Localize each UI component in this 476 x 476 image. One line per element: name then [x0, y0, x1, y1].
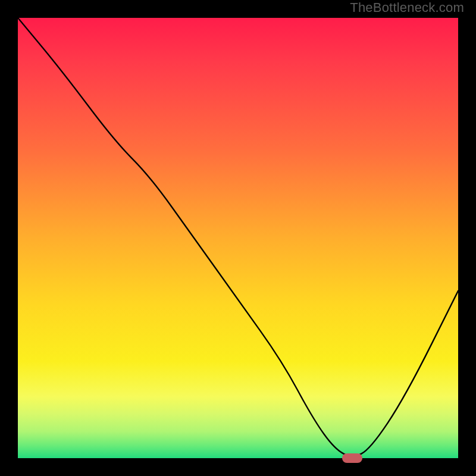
watermark-text: TheBottleneck.com [350, 0, 464, 15]
curve-layer [18, 18, 458, 458]
plot-area [18, 18, 458, 458]
optimal-point-marker [342, 453, 362, 463]
chart-frame: TheBottleneck.com [0, 0, 476, 476]
bottleneck-curve [18, 18, 458, 456]
